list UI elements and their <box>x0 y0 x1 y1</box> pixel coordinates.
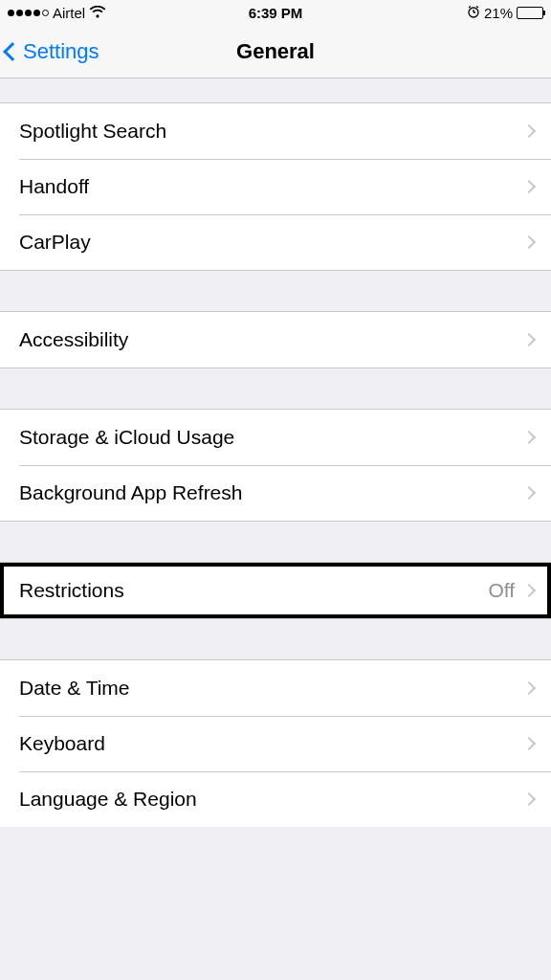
status-bar: Airtel 6:39 PM 21% <box>0 0 551 25</box>
battery-icon <box>517 7 543 19</box>
row-label: Accessibility <box>19 328 524 351</box>
chevron-right-icon <box>522 792 536 806</box>
chevron-right-icon <box>522 486 536 500</box>
alarm-icon <box>467 5 480 21</box>
chevron-right-icon <box>522 584 536 597</box>
row-detail: Off <box>488 579 515 602</box>
page-title: General <box>236 39 315 64</box>
row-date-time[interactable]: Date & Time <box>0 660 551 716</box>
row-keyboard[interactable]: Keyboard <box>0 716 551 771</box>
row-label: Language & Region <box>19 788 524 811</box>
wifi-icon <box>89 5 106 21</box>
row-handoff[interactable]: Handoff <box>0 159 551 214</box>
row-label: Handoff <box>19 175 524 198</box>
row-label: Restrictions <box>19 579 488 602</box>
settings-group: Storage & iCloud Usage Background App Re… <box>0 410 551 521</box>
row-label: Spotlight Search <box>19 120 524 143</box>
row-label: Date & Time <box>19 677 524 700</box>
svg-line-4 <box>476 6 478 8</box>
settings-group: Spotlight Search Handoff CarPlay <box>0 103 551 270</box>
row-label: Background App Refresh <box>19 481 524 504</box>
back-label: Settings <box>23 39 99 64</box>
row-label: Storage & iCloud Usage <box>19 426 524 449</box>
chevron-right-icon <box>522 124 536 138</box>
row-background-app-refresh[interactable]: Background App Refresh <box>0 465 551 521</box>
chevron-right-icon <box>522 180 536 193</box>
row-carplay[interactable]: CarPlay <box>0 214 551 270</box>
row-label: CarPlay <box>19 231 524 254</box>
signal-strength-icon <box>8 10 49 16</box>
row-language-region[interactable]: Language & Region <box>0 771 551 827</box>
carrier-name: Airtel <box>53 5 85 21</box>
svg-line-3 <box>469 6 471 8</box>
chevron-right-icon <box>522 681 536 695</box>
back-button[interactable]: Settings <box>6 39 99 64</box>
row-label: Keyboard <box>19 732 524 755</box>
status-time: 6:39 PM <box>187 5 365 21</box>
battery-percent: 21% <box>484 5 513 21</box>
settings-group: Accessibility <box>0 312 551 368</box>
chevron-right-icon <box>522 235 536 249</box>
chevron-right-icon <box>522 737 536 750</box>
row-restrictions[interactable]: Restrictions Off <box>0 563 551 618</box>
settings-group: Restrictions Off <box>0 563 551 618</box>
row-accessibility[interactable]: Accessibility <box>0 312 551 368</box>
chevron-right-icon <box>522 431 536 444</box>
settings-group: Date & Time Keyboard Language & Region <box>0 660 551 827</box>
chevron-right-icon <box>522 333 536 346</box>
row-spotlight-search[interactable]: Spotlight Search <box>0 103 551 159</box>
settings-list: Spotlight Search Handoff CarPlay Accessi… <box>0 78 551 827</box>
row-storage-icloud-usage[interactable]: Storage & iCloud Usage <box>0 410 551 465</box>
chevron-left-icon <box>3 42 22 61</box>
nav-bar: Settings General <box>0 25 551 78</box>
